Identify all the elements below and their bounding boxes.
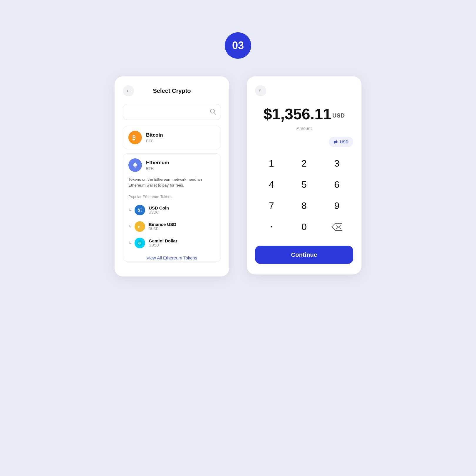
amount-currency-code: USD — [332, 112, 345, 119]
bitcoin-item[interactable]: ₿ Bitcoin BTC — [123, 126, 221, 149]
svg-line-1 — [214, 113, 216, 114]
busd-sub-arrow: ↳ — [128, 224, 132, 229]
bitcoin-symbol: BTC — [146, 139, 163, 143]
amount-value: $1,356.11 — [264, 105, 331, 123]
key-8[interactable]: 8 — [288, 195, 320, 216]
currency-toggle-button[interactable]: ⇄ USD — [329, 137, 353, 147]
gusd-item[interactable]: ↳ G Gemini Dollar GUSD — [123, 235, 221, 251]
key-7[interactable]: 7 — [255, 195, 288, 216]
gusd-icon: G — [135, 238, 145, 248]
popular-tokens-label: Popular Ethereum Tokens — [123, 192, 221, 202]
amount-label: Amount — [255, 126, 353, 131]
left-back-button[interactable]: ← — [123, 85, 134, 96]
select-crypto-panel: ← Select Crypto ₿ Bitcoin BTC — [115, 76, 229, 276]
busd-info: Binance USD BUSD — [149, 222, 176, 231]
search-box — [123, 104, 221, 120]
usdc-item[interactable]: ↳ $ USD Coin USDC — [123, 202, 221, 218]
continue-button[interactable]: Continue — [255, 246, 353, 264]
usdc-sub-arrow: ↳ — [128, 208, 132, 212]
left-back-icon: ← — [126, 88, 131, 94]
svg-text:₿: ₿ — [133, 135, 135, 141]
search-icon — [209, 108, 216, 116]
key-6[interactable]: 6 — [321, 174, 353, 195]
ethereum-expanded: Ethereum ETH Tokens on the Ethereum netw… — [123, 153, 221, 262]
view-all-ethereum-link[interactable]: View All Ethereum Tokens — [123, 251, 221, 262]
key-2[interactable]: 2 — [288, 153, 320, 174]
busd-icon: B — [135, 221, 145, 232]
ethereum-info: Ethereum ETH — [146, 160, 169, 171]
key-1[interactable]: 1 — [255, 153, 288, 174]
search-input[interactable] — [128, 109, 209, 115]
right-back-icon: ← — [258, 88, 263, 94]
step-number: 03 — [232, 39, 244, 52]
ethereum-symbol: ETH — [146, 166, 169, 171]
busd-item[interactable]: ↳ B Binance USD BUSD — [123, 218, 221, 235]
amount-panel: ← $1,356.11USD Amount ⇄ USD 1 2 3 4 5 6 … — [247, 76, 361, 274]
toggle-icon: ⇄ — [333, 139, 337, 145]
key-3[interactable]: 3 — [321, 153, 353, 174]
usdc-info: USD Coin USDC — [149, 205, 169, 214]
bitcoin-icon: ₿ — [128, 131, 142, 144]
panels-container: ← Select Crypto ₿ Bitcoin BTC — [115, 76, 361, 276]
select-crypto-title: Select Crypto — [153, 88, 191, 94]
key-4[interactable]: 4 — [255, 174, 288, 195]
gusd-sub-arrow: ↳ — [128, 241, 132, 245]
usdc-icon: $ — [135, 205, 145, 215]
right-back-button[interactable]: ← — [255, 85, 266, 96]
key-dot[interactable]: · — [255, 216, 288, 237]
ethereum-icon — [128, 158, 142, 172]
ethereum-item[interactable]: Ethereum ETH — [123, 154, 221, 177]
svg-text:B: B — [138, 225, 140, 229]
key-backspace[interactable] — [321, 216, 353, 237]
ethereum-name: Ethereum — [146, 160, 169, 166]
numpad: 1 2 3 4 5 6 7 8 9 · 0 — [255, 153, 353, 237]
right-panel-header: ← — [255, 85, 353, 96]
key-5[interactable]: 5 — [288, 174, 320, 195]
amount-display: $1,356.11USD — [255, 105, 353, 123]
ethereum-description: Tokens on the Ethereum network need an E… — [123, 177, 221, 192]
step-badge: 03 — [225, 32, 251, 59]
toggle-label: USD — [340, 140, 348, 144]
key-0[interactable]: 0 — [288, 216, 320, 237]
left-panel-header: ← Select Crypto — [123, 85, 221, 96]
currency-toggle-area: ⇄ USD — [255, 137, 353, 147]
gusd-info: Gemini Dollar GUSD — [149, 238, 177, 247]
bitcoin-info: Bitcoin BTC — [146, 132, 163, 143]
svg-text:G: G — [138, 242, 141, 245]
bitcoin-name: Bitcoin — [146, 132, 163, 138]
key-9[interactable]: 9 — [321, 195, 353, 216]
